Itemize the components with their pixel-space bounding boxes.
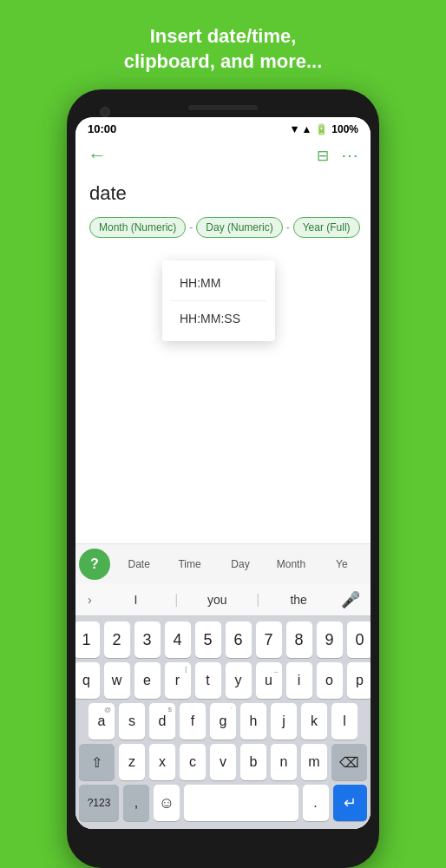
back-button[interactable]: ← [88, 144, 107, 167]
key-o[interactable]: o [317, 662, 343, 699]
suggestion-you[interactable]: you [187, 593, 248, 607]
toolbar-time[interactable]: Time [164, 555, 214, 574]
key-m[interactable]: m [301, 744, 327, 780]
tag-month[interactable]: Month (Numeric) [89, 217, 186, 238]
key-x[interactable]: x [149, 744, 175, 780]
key-c[interactable]: c [180, 744, 206, 780]
bottom-key-row: ?123 , ☺ . ↵ [79, 785, 367, 821]
key-3[interactable]: 3 [134, 621, 161, 658]
period-key[interactable]: . [303, 785, 329, 821]
comma-key[interactable]: , [123, 785, 149, 821]
key-4[interactable]: 4 [165, 621, 191, 658]
key-1[interactable]: 1 [75, 621, 100, 658]
num-key[interactable]: ?123 [79, 785, 119, 821]
bottom-toolbar: ? Date Time Day Month Ye [75, 543, 371, 583]
camera [100, 107, 110, 117]
enter-key[interactable]: ↵ [333, 785, 367, 821]
key-i[interactable]: i [286, 662, 312, 699]
key-j[interactable]: j [271, 703, 297, 740]
more-icon[interactable]: ⋯ [341, 145, 358, 166]
key-5[interactable]: 5 [195, 621, 221, 658]
key-h[interactable]: h [240, 703, 266, 740]
top-nav: ← ⊟ ⋯ [75, 139, 371, 174]
key-0[interactable]: 0 [347, 621, 371, 658]
suggestion-separator-2: | [256, 592, 259, 608]
key-b[interactable]: b [240, 744, 266, 780]
key-w[interactable]: w [104, 662, 130, 699]
key-q[interactable]: q [75, 662, 100, 699]
key-p[interactable]: p [347, 662, 371, 699]
key-n[interactable]: n [271, 744, 297, 780]
zxcv-row: ⇧ z x c v b n m ⌫ [79, 744, 367, 780]
key-l[interactable]: l [331, 703, 357, 740]
toolbar-date[interactable]: Date [114, 555, 164, 574]
help-button[interactable]: ? [79, 549, 110, 580]
key-g[interactable]: g` [210, 703, 236, 740]
suggestion-separator-1: | [174, 592, 178, 608]
tag-separator-1: - [189, 221, 193, 233]
tag-separator-2: - [286, 221, 290, 233]
header-text: Insert date/time, clipboard, and more... [89, 0, 357, 89]
dropdown-item-hhmmss[interactable]: HH:MM:SS [162, 301, 275, 336]
key-u[interactable]: u_ [256, 662, 282, 699]
suggestion-i[interactable]: I [106, 593, 167, 607]
emoji-key[interactable]: ☺ [154, 785, 180, 821]
speaker [188, 105, 258, 110]
suggestion-the[interactable]: the [268, 593, 329, 607]
key-d[interactable]: d$ [149, 703, 175, 740]
content-area: date Month (Numeric) - Day (Numeric) - Y… [75, 174, 371, 543]
space-key[interactable] [184, 785, 298, 821]
toolbar-month[interactable]: Month [266, 555, 316, 574]
key-8[interactable]: 8 [286, 621, 312, 658]
key-7[interactable]: 7 [256, 621, 282, 658]
date-label: date [89, 182, 357, 205]
filter-icon[interactable]: ⊟ [317, 147, 329, 165]
mic-icon[interactable]: 🎤 [338, 589, 364, 611]
key-s[interactable]: s [119, 703, 145, 740]
dropdown-popup: HH:MM HH:MM:SS [162, 260, 275, 341]
battery-percent: 100% [331, 123, 358, 135]
key-v[interactable]: v [210, 744, 236, 780]
suggestions-bar: › I | you | the 🎤 [75, 583, 371, 616]
toolbar-day[interactable]: Day [215, 555, 266, 574]
key-k[interactable]: k [301, 703, 327, 740]
key-t[interactable]: t [195, 662, 221, 699]
dropdown-item-hhmm[interactable]: HH:MM [162, 266, 275, 300]
qwerty-row: q w e r[ t y u_ i o p [79, 662, 367, 699]
num-row: 1 2 3 4 5 6 7 8 9 0 [79, 621, 367, 658]
phone-frame: 10:00 ▾ ▲ 🔋 100% ← ⊟ ⋯ date Month (Numer… [67, 89, 379, 868]
battery-icon: 🔋 [315, 123, 328, 135]
asdf-row: a@ s d$ f g` h j k l [79, 703, 367, 740]
signal-icon: ▲ [301, 123, 312, 135]
key-z[interactable]: z [119, 744, 145, 780]
tag-year[interactable]: Year (Full) [293, 217, 360, 238]
toolbar-ye[interactable]: Ye [317, 555, 367, 574]
shift-key[interactable]: ⇧ [79, 744, 115, 780]
key-r[interactable]: r[ [165, 662, 191, 699]
key-a[interactable]: a@ [89, 703, 115, 740]
key-2[interactable]: 2 [104, 621, 130, 658]
key-6[interactable]: 6 [226, 621, 252, 658]
delete-key[interactable]: ⌫ [331, 744, 367, 780]
key-f[interactable]: f [180, 703, 206, 740]
wifi-icon: ▾ [292, 122, 298, 135]
keyboard: › I | you | the 🎤 1 2 3 4 5 6 7 8 [75, 583, 371, 829]
tag-day[interactable]: Day (Numeric) [196, 217, 282, 238]
status-bar: 10:00 ▾ ▲ 🔋 100% [75, 117, 371, 139]
status-time: 10:00 [88, 122, 116, 135]
chevron-right-icon[interactable]: › [82, 591, 97, 608]
key-9[interactable]: 9 [317, 621, 343, 658]
key-e[interactable]: e [134, 662, 161, 699]
phone-screen: 10:00 ▾ ▲ 🔋 100% ← ⊟ ⋯ date Month (Numer… [75, 117, 371, 829]
key-y[interactable]: y [226, 662, 252, 699]
